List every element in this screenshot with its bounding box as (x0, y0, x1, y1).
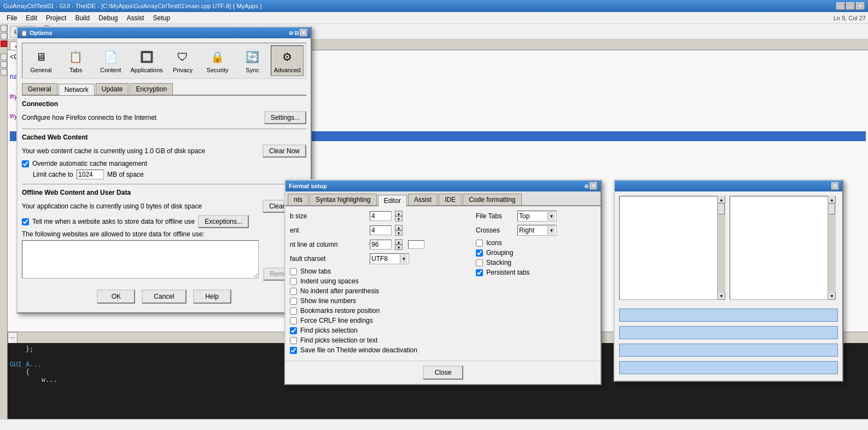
save-file-checkbox[interactable] (290, 347, 297, 354)
bottom-tab-1[interactable]: ... (8, 332, 18, 343)
line-col-up[interactable]: ▲ (395, 239, 403, 245)
right-list-panel[interactable] (730, 196, 828, 300)
icon-general[interactable]: 🖥 General (25, 45, 57, 76)
format-right-panel: File Tabs Top ▼ Crosses Right ▼ Icons Gr (476, 211, 596, 356)
bookmarks-label: Bookmarks restore position (300, 307, 380, 315)
format-tab-editor[interactable]: Editor (378, 195, 407, 206)
minimize-button[interactable]: ─ (836, 2, 845, 10)
right-scroll-track[interactable] (828, 204, 836, 292)
crosses-combo[interactable]: Right ▼ (517, 225, 557, 236)
settings-button[interactable]: Settings... (264, 111, 306, 124)
sidebar-btn-6[interactable] (1, 69, 7, 75)
menu-edit[interactable]: Edit (21, 13, 42, 23)
icon-privacy[interactable]: 🛡 Privacy (166, 45, 199, 76)
tab-network[interactable]: Network (59, 84, 95, 95)
format-tab-assist[interactable]: Assist (408, 194, 438, 205)
find-picks-checkbox[interactable] (290, 327, 297, 334)
crosses-arrow[interactable]: ▼ (547, 226, 555, 235)
format-close-button[interactable]: Close (423, 365, 464, 380)
no-indent-checkbox[interactable] (290, 288, 297, 295)
show-tabs-checkbox[interactable] (290, 268, 297, 275)
left-scroll-track[interactable] (718, 204, 725, 292)
right-scroll-down[interactable]: ▼ (828, 292, 836, 300)
icon-content[interactable]: 📄 Content (94, 45, 127, 76)
ok-button[interactable]: OK (97, 289, 135, 304)
color-swatch[interactable] (408, 240, 424, 249)
bookmarks-checkbox[interactable] (290, 307, 297, 315)
websites-list[interactable] (22, 240, 259, 278)
cached-clear-button[interactable]: Clear Now (263, 144, 306, 158)
icon-sync[interactable]: 🔄 Sync (236, 45, 269, 76)
exceptions-button[interactable]: Exceptions... (198, 215, 249, 228)
icons-checkbox[interactable] (476, 240, 483, 247)
tabs-icon: 📋 (67, 48, 85, 66)
close-button[interactable]: ✕ (856, 2, 865, 10)
persistent-tabs-checkbox[interactable] (476, 269, 483, 276)
blue-btn-1[interactable] (619, 309, 838, 322)
override-checkbox[interactable] (22, 160, 29, 167)
indent-up[interactable]: ▲ (395, 225, 403, 230)
left-scroll-thumb[interactable] (718, 204, 725, 214)
icon-applications[interactable]: 🔲 Applications (129, 45, 164, 76)
blue-btn-2[interactable] (619, 326, 838, 339)
menu-debug[interactable]: Debug (94, 13, 122, 23)
line-col-down[interactable]: ▼ (395, 245, 403, 250)
left-scroll-down[interactable]: ▼ (718, 292, 725, 300)
format-tab-nts[interactable]: nts (288, 194, 308, 205)
stacking-checkbox[interactable] (476, 259, 483, 266)
icon-security-label: Security (207, 67, 229, 73)
menu-project[interactable]: Project (42, 13, 71, 23)
menu-file[interactable]: File (2, 13, 21, 23)
offline-info-text: Your application cache is currently usin… (22, 202, 263, 210)
left-scroll-up[interactable]: ▲ (718, 196, 725, 204)
format-tab-code-formatting[interactable]: Code formatting (463, 194, 521, 205)
icon-tabs[interactable]: 📋 Tabs (60, 45, 92, 76)
sidebar-btn-5[interactable] (1, 61, 7, 68)
maximize-button[interactable]: □ (846, 2, 855, 10)
blue-btn-3[interactable] (619, 344, 838, 357)
find-picks-text-checkbox[interactable] (290, 337, 297, 344)
format-close-x-button[interactable]: ✕ (590, 182, 597, 190)
grouping-checkbox[interactable] (476, 249, 483, 257)
icon-security[interactable]: 🔒 Security (201, 45, 234, 76)
tab-update[interactable]: Update (96, 83, 129, 95)
file-tabs-arrow[interactable]: ▼ (547, 212, 555, 220)
tab-general[interactable]: General (22, 83, 57, 95)
tab-size-input[interactable] (370, 211, 392, 221)
indent-input[interactable] (370, 225, 392, 235)
right-close-x-button[interactable]: ✕ (831, 182, 839, 190)
sidebar-btn-2[interactable] (1, 33, 7, 39)
line-col-input[interactable] (370, 240, 392, 249)
right-scroll-up[interactable]: ▲ (828, 196, 836, 204)
force-crlf-checkbox[interactable] (290, 317, 297, 324)
tab-size-up[interactable]: ▲ (395, 211, 403, 216)
sidebar-btn-1[interactable] (1, 25, 7, 32)
format-tab-syntax[interactable]: Syntax highlighting (310, 194, 377, 205)
left-list-panel[interactable] (619, 196, 718, 300)
tab-size-down[interactable]: ▼ (395, 216, 403, 222)
icon-tabs-label: Tabs (69, 67, 82, 73)
options-close-button[interactable]: ✕ (300, 29, 307, 37)
icon-advanced[interactable]: ⚙ Advanced (271, 45, 304, 76)
sidebar-btn-4[interactable] (1, 54, 7, 60)
line-numbers-checkbox[interactable] (290, 298, 297, 305)
menu-build[interactable]: Build (71, 13, 94, 23)
cancel-button[interactable]: Cancel (142, 289, 186, 304)
right-scroll-thumb[interactable] (829, 204, 835, 214)
sidebar-btn-3[interactable] (1, 40, 7, 47)
charset-arrow[interactable]: ▼ (400, 254, 407, 263)
file-tabs-combo[interactable]: Top ▼ (517, 211, 557, 222)
charset-combo[interactable]: UTF8 ▼ (370, 253, 409, 264)
menu-setup[interactable]: Setup (148, 13, 174, 23)
indent-spaces-checkbox[interactable] (290, 278, 297, 285)
tell-me-checkbox[interactable] (22, 218, 29, 225)
indent-down[interactable]: ▼ (395, 230, 403, 236)
blue-btn-4[interactable] (619, 361, 838, 374)
format-tab-ide[interactable]: IDE (439, 194, 462, 205)
menu-assist[interactable]: Assist (122, 13, 148, 23)
help-button[interactable]: Help (193, 289, 231, 304)
persistent-tabs-label: Persistent tabs (486, 269, 529, 276)
tab-encryption[interactable]: Encryption (130, 83, 173, 95)
limit-input[interactable] (77, 170, 104, 179)
no-indent-row: No indent after parenthesis (290, 287, 467, 295)
